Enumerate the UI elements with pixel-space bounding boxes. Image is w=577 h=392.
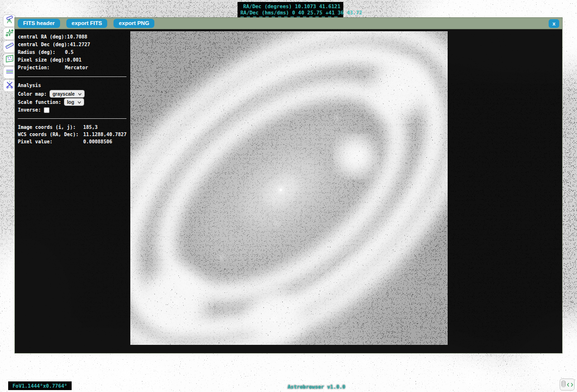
sky-map-icon [5, 54, 14, 65]
telescope-button[interactable] [3, 14, 16, 27]
field-central-ra: central RA (deg): 10.7088 [18, 33, 129, 41]
fits-viewer-window: FITS header export FITS export PNG x cen… [14, 17, 563, 354]
app-close-icon[interactable] [4, 2, 13, 12]
readout-wcs-coords: WCS coords (RA, Dec): 11.1288,40.7827 [18, 131, 129, 138]
image-info-panel: central RA (deg): 10.7088 central Dec (d… [18, 33, 129, 145]
ruler-icon [5, 41, 14, 52]
readout-image-coords: Image coords (i, j): 185,3 [18, 124, 129, 131]
field-value: 0.5 [65, 49, 74, 56]
field-label: Radius (deg): [18, 49, 65, 56]
scale-function-label: Scale function: [18, 99, 61, 106]
color-map-row: Color map: grayscale [18, 90, 129, 98]
readout-label: Pixel value: [18, 138, 83, 145]
field-pixel-size: Pixel size (deg): 0.001 [18, 56, 129, 64]
viewer-close-button[interactable]: x [549, 19, 559, 28]
field-label: Pixel size (deg): [18, 56, 67, 64]
field-value: Mercator [65, 64, 88, 72]
field-value: 41.2727 [70, 41, 90, 49]
ra-dec-hms-dms-readout: RA/Dec (hms/dms) 0 40 25.75 +41 36 43.72 [240, 10, 340, 16]
chevron-down-icon [78, 90, 82, 98]
field-central-dec: central Dec (deg): 41.2727 [18, 41, 129, 49]
chevron-down-icon [77, 99, 81, 106]
scale-function-select[interactable]: log [64, 98, 84, 106]
ruler-button[interactable] [3, 40, 16, 53]
side-toolbar [3, 14, 16, 92]
color-map-label: Color map: [18, 90, 47, 98]
field-value: 0.001 [67, 56, 81, 64]
field-radius: Radius (deg): 0.5 [18, 49, 129, 56]
export-png-button[interactable]: export PNG [113, 19, 154, 28]
readout-value: 185,3 [83, 124, 98, 131]
scale-function-row: Scale function: log [18, 98, 129, 106]
ra-dec-degrees-readout: RA/Dec (degrees) 10.1073 41.6121 [240, 3, 340, 10]
readout-label: WCS coords (RA, Dec): [18, 131, 83, 138]
readout-label: Image coords (i, j): [18, 124, 83, 131]
readout-value: 11.1288,40.7827 [83, 131, 126, 138]
telescope-icon [5, 15, 14, 26]
panel-divider [18, 76, 126, 77]
data-source-button[interactable] [560, 379, 575, 391]
export-fits-button[interactable]: export FITS [66, 19, 107, 28]
constellation-button[interactable] [3, 27, 16, 40]
inverse-label: Inverse: [18, 106, 41, 114]
color-map-select[interactable]: grayscale [50, 90, 85, 98]
scale-function-selected-value: log [67, 99, 74, 106]
field-projection: Projection: Mercator [18, 64, 129, 72]
cutout-button[interactable] [3, 79, 16, 92]
constellation-icon [5, 28, 14, 39]
app-version-label: Astrobrowser v1.0.0 [288, 384, 345, 390]
analysis-title: Analysis [18, 82, 129, 89]
field-value: 10.7088 [67, 33, 87, 41]
inverse-row: Inverse: [18, 106, 129, 114]
readout-value: 0.00088506 [83, 138, 112, 145]
layers-button[interactable] [3, 66, 16, 79]
readout-pixel-value: Pixel value: 0.00088506 [18, 138, 129, 145]
field-label: central RA (deg): [18, 33, 67, 41]
fov-readout: FoV1.1444°x0.7764° [8, 381, 72, 390]
sky-map-button[interactable] [3, 53, 16, 66]
field-label: Projection: [18, 64, 65, 72]
code-icon [567, 380, 573, 389]
cutout-scissors-icon [5, 80, 14, 91]
galaxy-fits-image[interactable] [130, 31, 448, 345]
field-label: central Dec (deg): [18, 41, 70, 49]
inverse-checkbox[interactable] [44, 107, 50, 113]
database-icon [561, 380, 566, 389]
viewer-toolbar: FITS header export FITS export PNG x [15, 18, 562, 29]
panel-divider [18, 118, 126, 119]
fits-header-button[interactable]: FITS header [18, 19, 60, 28]
layers-icon [5, 67, 14, 78]
color-map-selected-value: grayscale [52, 90, 75, 98]
